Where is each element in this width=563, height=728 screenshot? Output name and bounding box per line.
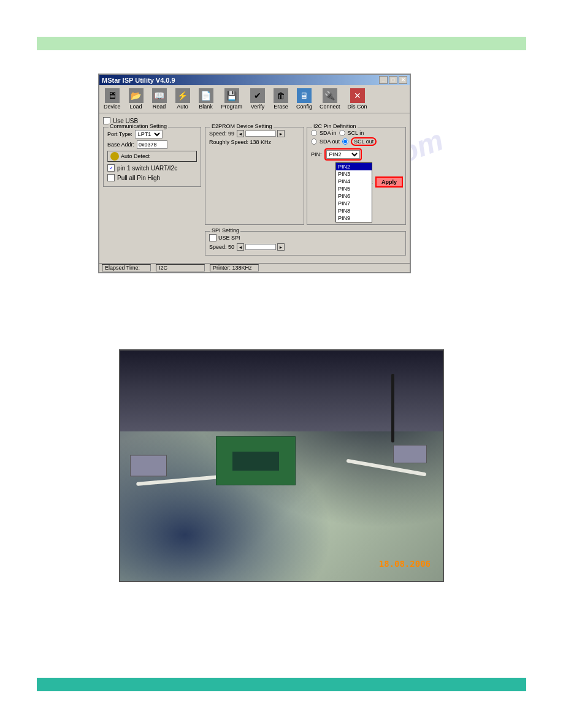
pin-dropdown-list[interactable]: PIN2 PIN3 PIN4 PIN5 PIN6 PIN7 PIN8 PIN9 <box>335 162 372 222</box>
i2c-pin-frame: I2C Pin Definition SDA in SCL in SDA out <box>307 127 406 225</box>
roughly-speed-row: Roughly Speed: 138 KHz <box>209 139 300 145</box>
close-button[interactable]: ✕ <box>399 76 407 84</box>
config-icon: 🖥 <box>297 88 312 103</box>
pin1-switch-row: ✓ pin 1 switch UART/I2c <box>107 164 197 172</box>
program-label: Program <box>221 104 243 110</box>
scl-out-radio[interactable] <box>342 138 348 145</box>
e2prom-speed-row: Speed: 99 ◄ ► <box>209 130 300 137</box>
spi-slider-right[interactable]: ► <box>277 243 285 251</box>
auto-detect-button[interactable]: Auto Detect <box>107 151 197 162</box>
spi-speed-slider: ◄ ► <box>237 243 285 251</box>
spi-frame: SPI Setting USE SPI Speed: 50 ◄ ► <box>205 231 406 256</box>
disconnect-icon: ✕ <box>350 88 365 103</box>
dialog-title: MStar ISP Utility V4.0.9 <box>102 77 175 84</box>
read-label: Read <box>153 104 166 110</box>
sda-in-radio[interactable] <box>311 130 317 136</box>
connector-left <box>130 455 167 477</box>
left-column: Communication Setting Port Type: LPT1 Ba… <box>103 127 201 259</box>
connect-icon: 🔌 <box>323 88 337 103</box>
sda-out-row: SDA out SCL out <box>311 137 402 146</box>
scl-in-label: SCL in <box>348 130 364 136</box>
sda-in-label: SDA in <box>320 130 337 136</box>
read-button[interactable]: 📖 Read <box>148 86 170 112</box>
pin7-option[interactable]: PIN7 <box>336 200 372 207</box>
toolbar: 🖥 Device 📂 Load 📖 Read ⚡ Auto 📄 Blank 💾 <box>99 85 410 113</box>
scl-in-radio[interactable] <box>339 130 345 136</box>
disconnect-label: Dis Con <box>348 104 367 110</box>
load-button[interactable]: 📂 Load <box>125 86 147 112</box>
communication-setting-title: Communication Setting <box>109 123 168 129</box>
title-buttons: _ □ ✕ <box>379 76 407 84</box>
blank-label: Blank <box>199 104 213 110</box>
i2c-pin-title: I2C Pin Definition <box>312 123 358 129</box>
use-spi-checkbox[interactable] <box>209 234 216 241</box>
auto-detect-icon <box>110 152 119 161</box>
sda-out-radio[interactable] <box>311 138 317 145</box>
pin1-switch-label: pin 1 switch UART/I2c <box>117 165 177 172</box>
pin-row: PIN: PIN2 PIN3 PIN4 PIN5 PIN6 PIN7 <box>311 148 402 161</box>
auto-icon: ⚡ <box>175 88 190 103</box>
config-button[interactable]: 🖥 Config <box>293 86 315 112</box>
pull-high-label: Pull all Pin High <box>117 175 160 181</box>
pin5-option[interactable]: PIN5 <box>336 185 372 192</box>
disconnect-button[interactable]: ✕ Dis Con <box>345 86 370 112</box>
communication-setting-frame: Communication Setting Port Type: LPT1 Ba… <box>103 127 201 187</box>
use-spi-row: USE SPI <box>209 234 402 241</box>
pin9-option[interactable]: PIN9 <box>336 214 372 222</box>
blank-button[interactable]: 📄 Blank <box>195 86 217 112</box>
connector-right <box>393 445 427 463</box>
maximize-button[interactable]: □ <box>389 76 397 84</box>
config-label: Config <box>296 104 312 110</box>
spi-slider-track[interactable] <box>245 244 276 250</box>
connect-button[interactable]: 🔌 Connect <box>316 86 343 112</box>
pull-high-row: Pull all Pin High <box>107 174 197 181</box>
right-area: E2PROM Device Setting Speed: 99 ◄ ► <box>205 127 406 259</box>
cable-top-right <box>391 374 394 443</box>
pin2-option[interactable]: PIN2 <box>336 163 372 170</box>
minimize-button[interactable]: _ <box>379 76 388 84</box>
apply-button[interactable]: Apply <box>375 176 403 188</box>
dialog-window: MStar ISP Utility V4.0.9 _ □ ✕ 🖥 Device … <box>98 74 411 273</box>
program-button[interactable]: 💾 Program <box>218 86 246 112</box>
pin-select[interactable]: PIN2 PIN3 PIN4 PIN5 PIN6 PIN7 PIN8 PIN9 <box>326 150 360 159</box>
pin6-option[interactable]: PIN6 <box>336 192 372 200</box>
erase-button[interactable]: 🗑 Erase <box>270 86 292 112</box>
auto-button[interactable]: ⚡ Auto <box>172 86 194 112</box>
sda-out-label: SDA out <box>320 138 340 145</box>
pull-high-checkbox[interactable] <box>107 174 115 181</box>
pin8-option[interactable]: PIN8 <box>336 207 372 214</box>
slider-left-arrow[interactable]: ◄ <box>237 130 244 137</box>
e2prom-frame: E2PROM Device Setting Speed: 99 ◄ ► <box>205 127 304 225</box>
base-addr-label: Base Addr: <box>107 142 134 148</box>
elapsed-time-label: Elapsed Time: <box>102 264 151 271</box>
circuit-board <box>216 436 296 485</box>
load-icon: 📂 <box>129 88 144 103</box>
port-type-select[interactable]: LPT1 <box>135 130 163 138</box>
pin-label: PIN: <box>311 151 322 157</box>
photo-date-stamp: 18.08.2006 <box>379 559 431 569</box>
base-addr-input[interactable] <box>137 140 167 149</box>
use-spi-label: USE SPI <box>218 235 240 241</box>
scl-out-label: SCL out <box>351 137 377 146</box>
device-icon: 🖥 <box>105 88 120 103</box>
spi-speed-row: Speed: 50 ◄ ► <box>209 243 402 251</box>
slider-track[interactable] <box>245 131 276 137</box>
roughly-speed-label: Roughly Speed: 138 KHz <box>209 139 271 145</box>
verify-icon: ✔ <box>250 88 265 103</box>
e2prom-title: E2PROM Device Setting <box>210 123 274 129</box>
spi-slider-left[interactable]: ◄ <box>237 243 244 251</box>
spi-speed-label: Speed: 50 <box>209 244 234 250</box>
pin3-option[interactable]: PIN3 <box>336 170 372 178</box>
photo-section: 18.08.2006 <box>74 349 489 594</box>
dialog-body: Use USB Communication Setting Port Type:… <box>99 113 410 263</box>
pin1-switch-checkbox[interactable]: ✓ <box>107 164 115 172</box>
device-button[interactable]: 🖥 Device <box>101 86 124 112</box>
pin4-option[interactable]: PIN4 <box>336 178 372 185</box>
erase-label: Erase <box>274 104 288 110</box>
base-addr-row: Base Addr: <box>107 140 197 149</box>
verify-button[interactable]: ✔ Verify <box>247 86 269 112</box>
slider-right-arrow[interactable]: ► <box>277 130 285 137</box>
dialog-titlebar: MStar ISP Utility V4.0.9 _ □ ✕ <box>99 75 410 85</box>
e2prom-speed-label: Speed: 99 <box>209 131 234 137</box>
load-label: Load <box>130 104 142 110</box>
